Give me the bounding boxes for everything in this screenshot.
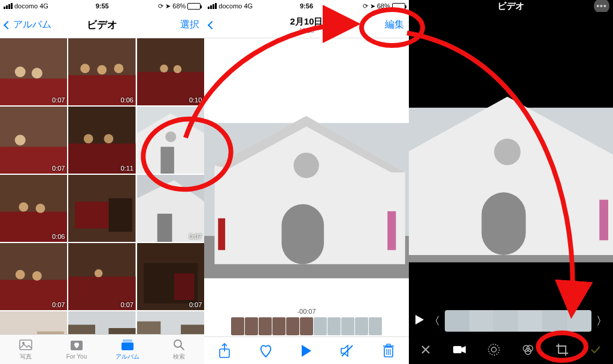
video-thumb[interactable]: 0:07 [137, 311, 204, 334]
video-thumb[interactable]: 0:07 [68, 243, 135, 310]
trim-handle-right[interactable]: 〉 [596, 314, 607, 328]
timeline: 〈 〉 [409, 307, 613, 335]
screen-album: docomo 4G 9:55 ⟳ ➤ 68% アルバム ビデオ 選択 0:07 … [0, 0, 204, 364]
back-button[interactable]: アルバム [5, 19, 51, 31]
video-thumb[interactable]: 0:06 [68, 38, 135, 105]
carrier: docomo [219, 2, 242, 10]
tab-label: For You [66, 353, 87, 360]
svg-rect-33 [157, 214, 172, 242]
svg-point-40 [95, 269, 102, 277]
video-thumb[interactable]: 0:07 [68, 311, 135, 334]
tabbar: 写真 For You アルバム 検索 [0, 334, 204, 364]
duration: 0:07 [52, 301, 65, 308]
svg-point-68 [294, 153, 319, 178]
edit-body: 〈 〉 [409, 12, 613, 364]
navbar: 2月10日 10:58 編集 [204, 12, 408, 38]
mute-button[interactable] [338, 342, 356, 360]
svg-marker-73 [302, 345, 311, 357]
svg-rect-55 [20, 340, 32, 350]
clock: 9:56 [300, 2, 313, 10]
crop-button[interactable] [552, 339, 572, 360]
location-icon: ➤ [165, 2, 171, 10]
tab-photos[interactable]: 写真 [0, 335, 51, 364]
svg-point-3 [32, 68, 43, 78]
filters-button[interactable] [518, 339, 538, 360]
albums-icon [120, 338, 135, 351]
svg-rect-86 [481, 192, 526, 255]
play-button[interactable] [415, 314, 424, 327]
svg-rect-30 [109, 198, 132, 232]
video-preview[interactable] [204, 38, 408, 307]
scrubber: -00:07 [204, 307, 408, 336]
back-label: アルバム [13, 19, 51, 31]
detail-body: -00:07 [204, 38, 408, 364]
svg-rect-50 [109, 328, 136, 334]
video-thumb[interactable]: 0:07 [0, 243, 67, 310]
signal-icon [208, 3, 217, 9]
svg-point-11 [160, 65, 168, 72]
tab-albums[interactable]: アルバム [102, 335, 153, 364]
video-thumb[interactable]: 0:11 [68, 107, 135, 174]
svg-point-12 [174, 65, 181, 73]
page-title: ビデオ [87, 19, 117, 31]
svg-point-6 [81, 64, 90, 74]
back-button[interactable] [209, 22, 216, 28]
video-thumb[interactable]: 0:10 [137, 38, 204, 105]
svg-rect-54 [181, 324, 204, 334]
duration: 0:07 [189, 233, 202, 240]
cancel-button[interactable] [415, 339, 436, 360]
statusbar: ビデオ ••• [409, 0, 613, 12]
trash-button[interactable] [380, 342, 397, 360]
svg-rect-53 [137, 321, 160, 334]
tab-foryou[interactable]: For You [51, 335, 102, 364]
video-thumb[interactable]: 0:07 [137, 175, 204, 242]
svg-point-94 [488, 344, 499, 355]
svg-point-18 [84, 134, 93, 144]
screen-edit: ビデオ ••• 〈 〉 [409, 0, 613, 364]
duration: 0:07 [120, 301, 133, 308]
share-button[interactable] [216, 342, 233, 360]
duration: 0:11 [120, 165, 133, 172]
video-thumb[interactable] [68, 175, 135, 242]
adjust-button[interactable] [484, 339, 504, 360]
statusbar: docomo 4G 9:55 ⟳ ➤ 68% [0, 0, 204, 12]
video-thumb[interactable]: 0:06 [0, 175, 67, 242]
play-button[interactable] [298, 342, 315, 360]
carrier: docomo [14, 2, 38, 10]
select-button[interactable]: 選択 [180, 19, 199, 31]
svg-point-15 [15, 135, 26, 145]
video-preview[interactable] [409, 12, 613, 307]
svg-rect-88 [599, 200, 608, 241]
svg-point-87 [494, 139, 520, 165]
location-icon: ➤ [370, 2, 375, 10]
filmstrip[interactable] [445, 310, 591, 332]
done-button[interactable] [585, 339, 606, 360]
clock: 9:55 [96, 2, 109, 10]
svg-point-95 [491, 347, 496, 352]
orientation-icon: ⟳ [158, 2, 163, 10]
video-mode-button[interactable] [450, 339, 470, 360]
tab-label: アルバム [116, 353, 139, 361]
edit-button[interactable]: 編集 [385, 19, 404, 31]
svg-rect-70 [219, 219, 226, 250]
favorite-button[interactable] [257, 342, 275, 360]
battery-pct: 68% [172, 2, 186, 10]
video-thumb[interactable]: 0:08 [0, 311, 67, 334]
duration: 0:06 [120, 96, 133, 104]
date-title: 2月10日 [257, 16, 356, 28]
svg-point-60 [174, 340, 181, 347]
svg-marker-89 [415, 315, 424, 324]
video-thumb[interactable]: 0:07 [0, 38, 67, 105]
tab-search[interactable]: 検索 [153, 335, 204, 364]
statusbar: docomo 4G 9:56 ⟳ ➤ 68% [204, 0, 408, 12]
svg-point-19 [104, 134, 114, 144]
video-thumb[interactable] [137, 107, 204, 174]
video-thumb[interactable]: 0:07 [0, 107, 67, 174]
chevron-left-icon [4, 20, 12, 29]
filmstrip[interactable] [226, 317, 387, 335]
video-thumb[interactable]: 0:07 [137, 243, 204, 310]
video-grid[interactable]: 0:07 0:06 0:10 0:07 0:11 0:06 [0, 38, 204, 334]
svg-point-2 [15, 66, 26, 77]
svg-rect-59 [122, 342, 133, 350]
trim-handle-left[interactable]: 〈 [429, 314, 440, 328]
